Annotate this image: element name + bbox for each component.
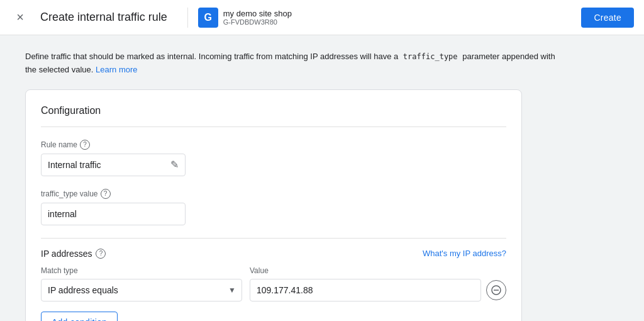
rule-name-help-icon[interactable]: ?	[80, 140, 90, 150]
value-input-wrapper	[250, 279, 506, 301]
traffic-type-input-wrapper	[41, 203, 186, 225]
match-type-select[interactable]: IP address equals IP address begins with…	[41, 279, 242, 301]
rule-name-input[interactable]	[48, 160, 170, 170]
traffic-type-help-icon[interactable]: ?	[101, 189, 111, 199]
ip-help-icon[interactable]: ?	[96, 249, 106, 259]
main-content: Define traffic that should be marked as …	[0, 35, 644, 321]
whats-my-ip-link[interactable]: What's my IP address?	[423, 249, 506, 258]
rule-name-group: Rule name ? ✎	[41, 140, 506, 176]
add-condition-button[interactable]: Add condition	[41, 312, 118, 321]
traffic-type-code: traffic_type	[401, 52, 460, 62]
traffic-type-label: traffic_type value ?	[41, 189, 506, 199]
account-icon: G	[198, 8, 218, 28]
traffic-type-input[interactable]	[48, 209, 179, 219]
match-type-label: Match type	[41, 266, 242, 275]
description-text: Define traffic that should be marked as …	[25, 50, 566, 77]
traffic-type-group: traffic_type value ?	[41, 189, 506, 225]
value-label: Value	[250, 266, 506, 275]
config-card: Configuration Rule name ? ✎ traffic_type…	[25, 89, 522, 321]
minus-icon	[491, 285, 501, 295]
match-value-row: Match type IP address equals IP address …	[41, 266, 506, 301]
rule-name-label: Rule name ?	[41, 140, 506, 150]
config-title: Configuration	[41, 105, 506, 127]
header: × Create internal traffic rule G my demo…	[0, 0, 644, 35]
remove-condition-button[interactable]	[486, 280, 506, 300]
rule-name-input-wrapper: ✎	[41, 154, 186, 176]
match-type-select-wrapper: IP address equals IP address begins with…	[41, 279, 242, 301]
page-title: Create internal traffic rule	[40, 11, 167, 24]
desc-text3: the selected value.	[25, 65, 93, 74]
ip-header-left: IP addresses ?	[41, 249, 106, 259]
account-info: G my demo site shop G-FVDBDW3R80	[187, 8, 292, 28]
value-group: Value	[250, 266, 506, 301]
match-type-group: Match type IP address equals IP address …	[41, 266, 242, 301]
section-divider	[41, 238, 506, 239]
close-button[interactable]: ×	[10, 8, 30, 28]
edit-icon: ✎	[170, 159, 179, 171]
ip-addresses-label: IP addresses	[41, 249, 92, 259]
account-id: G-FVDBDW3R80	[223, 18, 292, 26]
desc-text2: parameter appended with	[460, 52, 555, 61]
create-button[interactable]: Create	[581, 8, 634, 28]
header-left: × Create internal traffic rule G my demo…	[10, 8, 292, 28]
desc-text1: Define traffic that should be marked as …	[25, 52, 401, 61]
learn-more-link[interactable]: Learn more	[96, 65, 137, 74]
account-text: my demo site shop G-FVDBDW3R80	[223, 9, 292, 26]
ip-header: IP addresses ? What's my IP address?	[41, 249, 506, 259]
account-name: my demo site shop	[223, 9, 292, 18]
ip-value-input[interactable]	[250, 279, 481, 301]
